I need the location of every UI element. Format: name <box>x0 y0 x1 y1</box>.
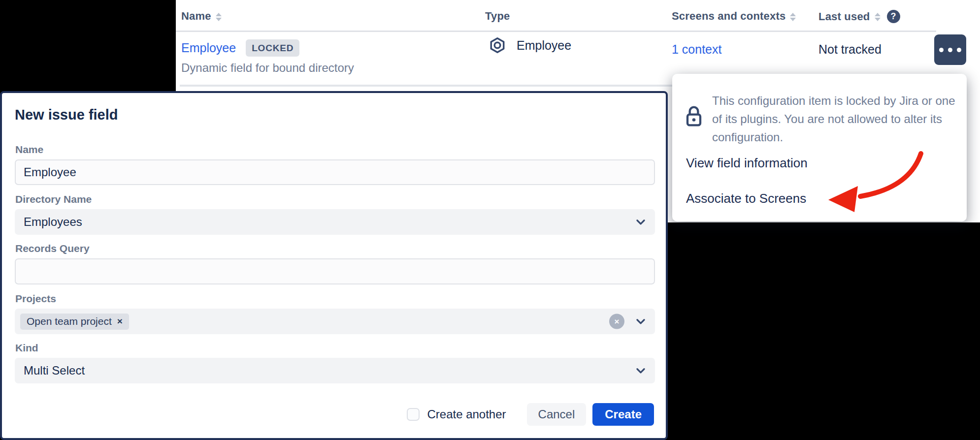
field-type-cell: Employee <box>489 36 571 54</box>
chevron-down-icon <box>634 315 647 328</box>
projects-label: Projects <box>15 293 56 305</box>
modal-footer: Create another Cancel Create <box>407 403 654 426</box>
name-label: Name <box>15 144 43 156</box>
ellipsis-icon <box>939 48 944 52</box>
field-type-label: Employee <box>517 38 571 53</box>
name-input[interactable] <box>15 159 655 185</box>
project-chip-label: Open team project <box>27 315 112 327</box>
directory-name-select[interactable]: Employees <box>15 209 655 235</box>
create-another-checkbox[interactable] <box>407 408 420 421</box>
column-header-last-used[interactable]: Last used ? <box>818 10 900 23</box>
field-name-cell: Employee LOCKED Dynamic field for bound … <box>181 39 354 75</box>
field-type-icon <box>489 36 506 54</box>
clear-all-icon[interactable]: × <box>609 314 624 329</box>
last-used-value: Not tracked <box>818 42 882 57</box>
column-header-last-used-label: Last used <box>818 10 870 23</box>
new-issue-field-modal: New issue field Name Directory Name Empl… <box>0 91 668 440</box>
kind-value: Multi Select <box>24 364 85 377</box>
column-header-type: Type <box>485 10 510 23</box>
contexts-link[interactable]: 1 context <box>672 42 721 57</box>
row-divider <box>180 85 673 87</box>
column-header-screens-label: Screens and contexts <box>672 10 785 23</box>
create-another-label: Create another <box>427 408 506 421</box>
column-header-type-label: Type <box>485 10 510 23</box>
locked-badge: LOCKED <box>246 39 299 57</box>
chevron-down-icon <box>634 364 647 377</box>
chevron-down-icon <box>634 216 647 228</box>
help-icon[interactable]: ? <box>887 10 900 23</box>
modal-title: New issue field <box>15 107 118 123</box>
chip-remove-icon[interactable]: × <box>117 316 123 327</box>
row-actions-button[interactable] <box>934 34 966 65</box>
directory-name-label: Directory Name <box>15 193 92 205</box>
directory-name-value: Employees <box>24 215 82 229</box>
project-chip: Open team project × <box>20 314 129 330</box>
header-divider <box>176 31 936 32</box>
cancel-button[interactable]: Cancel <box>527 403 587 426</box>
column-header-name[interactable]: Name <box>181 10 222 23</box>
records-query-input[interactable] <box>15 258 655 284</box>
field-name-link[interactable]: Employee <box>181 41 236 55</box>
records-query-label: Records Query <box>15 243 90 254</box>
projects-multiselect[interactable]: Open team project × × <box>15 309 655 334</box>
actions-dropdown-menu: This configuration item is locked by Jir… <box>672 74 967 221</box>
create-button[interactable]: Create <box>592 403 654 426</box>
sort-icon[interactable] <box>790 13 796 21</box>
kind-select[interactable]: Multi Select <box>15 358 655 383</box>
sort-icon[interactable] <box>216 13 222 21</box>
column-header-screens[interactable]: Screens and contexts <box>672 10 796 23</box>
field-description: Dynamic field for bound directory <box>181 61 354 75</box>
column-header-name-label: Name <box>181 10 211 23</box>
red-annotation-arrow <box>672 74 967 221</box>
sort-icon[interactable] <box>875 13 881 21</box>
kind-label: Kind <box>15 342 38 354</box>
